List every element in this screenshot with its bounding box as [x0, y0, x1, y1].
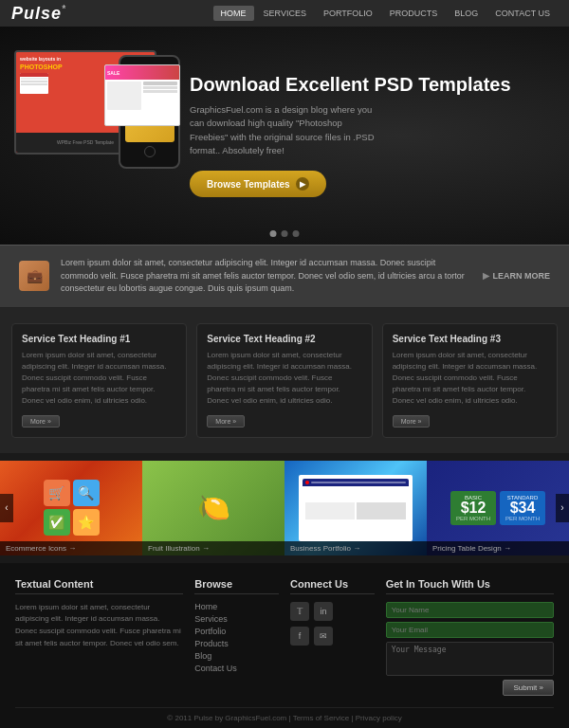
footer-textual: Textual Content Lorem ipsum dolor sit am…: [15, 578, 183, 696]
service-text-3: Lorem ipsum dolor sit amet, consectetur …: [393, 350, 547, 407]
contact-form: Submit »: [386, 602, 554, 696]
footer-copyright: © 2011 Pulse by GraphicsFuel.com | Terms…: [15, 707, 554, 722]
info-text: Lorem ipsum dolor sit amet, consectetur …: [61, 257, 471, 296]
footer-links: Home Services Portfolio Products Blog Co…: [194, 602, 279, 673]
footer-textual-heading: Textual Content: [15, 578, 183, 594]
service-heading-3: Service Text Heading #3: [393, 334, 547, 344]
hero-dot-2[interactable]: [282, 230, 288, 237]
footer-browse-heading: Browse: [194, 578, 279, 594]
service-card-2: Service Text Heading #2 Lorem ipsum dolo…: [196, 323, 372, 438]
footer-link-contact[interactable]: Contact Us: [194, 664, 279, 673]
info-bar: 💼 Lorem ipsum dolor sit amet, consectetu…: [0, 245, 569, 308]
fruit-icon: 🍋: [197, 492, 230, 523]
facebook-icon[interactable]: f: [290, 627, 309, 646]
hero-content: Download Excellent PSD Templates Graphic…: [0, 74, 569, 197]
footer-connect: Connect Us 𝕋 in f ✉: [290, 578, 375, 696]
social-icons-row-2: f ✉: [290, 627, 375, 646]
footer-contact: Get In Touch With Us Submit »: [386, 578, 554, 696]
standard-price-box: STANDARD $34 PER MONTH: [500, 491, 545, 525]
footer-browse: Browse Home Services Portfolio Products …: [194, 578, 279, 696]
service-heading-2: Service Text Heading #2: [207, 334, 361, 344]
service-heading-1: Service Text Heading #1: [22, 334, 176, 344]
pricing-mini: BASIC $12 PER MONTH STANDARD $34 PER MON…: [445, 485, 551, 531]
footer-link-services[interactable]: Services: [194, 614, 279, 624]
contact-name-input[interactable]: [386, 602, 554, 618]
hero-dot-1[interactable]: [270, 230, 277, 237]
basic-price-box: BASIC $12 PER MONTH: [450, 491, 496, 525]
nav-home[interactable]: Home: [213, 6, 254, 21]
portfolio-item-1[interactable]: 🛒 🔍 ✅ ⭐ Ecommerce Icons →: [0, 461, 142, 555]
info-icon: 💼: [19, 261, 49, 291]
service-more-1[interactable]: More »: [22, 415, 60, 428]
linkedin-icon[interactable]: in: [314, 602, 333, 621]
portfolio-label-4: Pricing Table Design →: [427, 541, 569, 555]
arrow-icon: ▶: [296, 177, 309, 191]
contact-email-input[interactable]: [386, 622, 554, 638]
logo: Pulse*: [11, 4, 66, 24]
services-grid: Service Text Heading #1 Lorem ipsum dolo…: [11, 323, 558, 438]
services-section: Service Text Heading #1 Lorem ipsum dolo…: [0, 308, 569, 453]
email-icon[interactable]: ✉: [314, 627, 333, 646]
service-more-2[interactable]: More »: [207, 415, 245, 428]
nav-links: Home Services Portfolio Products Blog Co…: [213, 6, 558, 21]
nav-services[interactable]: Services: [256, 6, 314, 21]
twitter-icon[interactable]: 𝕋: [290, 602, 309, 621]
service-more-3[interactable]: More »: [393, 415, 431, 428]
nav-blog[interactable]: Blog: [447, 6, 486, 21]
portfolio-label-3: Business Portfolio →: [284, 541, 427, 555]
nav-portfolio[interactable]: Portfolio: [316, 6, 380, 21]
portfolio-track: 🛒 🔍 ✅ ⭐ Ecommerce Icons → 🍋 Fruit Illust…: [0, 461, 569, 555]
hero-section: website layouts in PHOTOSHOP: [0, 27, 569, 245]
learn-more-link[interactable]: ▶ LEARN MORE: [483, 271, 551, 281]
footer-textual-text: Lorem ipsum dolor sit amet, consectetur …: [15, 602, 183, 650]
nav-products[interactable]: Products: [382, 6, 446, 21]
contact-submit-button[interactable]: Submit »: [503, 680, 554, 696]
hero-dot-3[interactable]: [293, 230, 300, 237]
hero-title: Download Excellent PSD Templates: [190, 74, 550, 96]
browse-templates-button[interactable]: Browse Templates ▶: [190, 171, 326, 197]
footer-connect-heading: Connect Us: [290, 578, 375, 594]
service-card-3: Service Text Heading #3 Lorem ipsum dolo…: [382, 323, 558, 438]
nav-contact[interactable]: Contact Us: [487, 6, 558, 21]
slider-next-button[interactable]: ›: [556, 494, 569, 522]
footer-link-products[interactable]: Products: [194, 639, 279, 648]
service-text-1: Lorem ipsum dolor sit amet, consectetur …: [22, 350, 176, 407]
portfolio-item-3[interactable]: Business Portfolio →: [284, 461, 427, 555]
portfolio-item-2[interactable]: 🍋 Fruit Illustration →: [142, 461, 284, 555]
footer-link-portfolio[interactable]: Portfolio: [194, 627, 279, 636]
hero-dots: [270, 230, 300, 237]
portfolio-section: ‹ 🛒 🔍 ✅ ⭐ Ecommerce Icons → 🍋: [0, 453, 569, 563]
contact-message-input[interactable]: [386, 642, 554, 676]
footer-contact-heading: Get In Touch With Us: [386, 578, 554, 594]
portfolio-label-1: Ecommerce Icons →: [0, 541, 142, 555]
footer-grid: Textual Content Lorem ipsum dolor sit am…: [15, 578, 554, 696]
footer-link-blog[interactable]: Blog: [194, 651, 279, 661]
service-card-1: Service Text Heading #1 Lorem ipsum dolo…: [11, 323, 187, 438]
slider-prev-button[interactable]: ‹: [0, 494, 13, 522]
arrow-icon: ▶: [483, 271, 489, 281]
portfolio-item-4[interactable]: BASIC $12 PER MONTH STANDARD $34 PER MON…: [427, 461, 569, 555]
social-icons-row: 𝕋 in: [290, 602, 375, 621]
portfolio-label-2: Fruit Illustration →: [142, 541, 284, 555]
footer-link-home[interactable]: Home: [194, 602, 279, 611]
service-text-2: Lorem ipsum dolor sit amet, consectetur …: [207, 350, 361, 407]
footer: Textual Content Lorem ipsum dolor sit am…: [0, 563, 569, 729]
navigation: Pulse* Home Services Portfolio Products …: [0, 0, 569, 27]
hero-description: GraphicsFuel.com is a design blog where …: [190, 103, 379, 157]
